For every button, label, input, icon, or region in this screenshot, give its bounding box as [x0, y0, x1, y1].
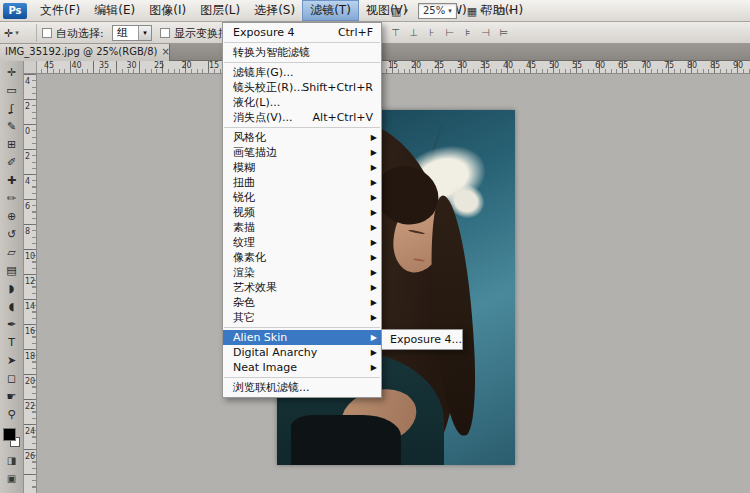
- filter-menu-item-lens-correction[interactable]: 镜头校正(R)...Shift+Ctrl+R: [223, 80, 381, 95]
- close-icon[interactable]: ×: [157, 44, 169, 61]
- tool-brush[interactable]: ✏: [0, 190, 23, 208]
- ruler-number: 26: [25, 453, 35, 461]
- tool-blur[interactable]: ◗: [0, 280, 23, 298]
- filter-menu-item-stylize[interactable]: 风格化▶: [223, 130, 381, 145]
- document-tab[interactable]: IMG_35192.jpg @ 25%(RGB/8) ×: [0, 44, 170, 61]
- align-right-edges-icon[interactable]: ⊣: [478, 25, 493, 40]
- menu-item-label: 像素化: [233, 251, 266, 264]
- filter-menu-item-convert-for-smart-filters[interactable]: 转换为智能滤镜: [223, 45, 381, 60]
- filter-menu-item-blur[interactable]: 模糊▶: [223, 160, 381, 175]
- filter-menu-item-neat-image[interactable]: Neat Image▶: [223, 360, 381, 375]
- menu-item-shortcut: Alt+Ctrl+V: [313, 110, 373, 125]
- vertical-ruler[interactable]: 4202468101214161820222426: [24, 74, 37, 493]
- tool-shape[interactable]: ◻: [0, 370, 23, 388]
- tool-pen[interactable]: ✒: [0, 316, 23, 334]
- align-bottom-edges-icon[interactable]: ⊦: [424, 25, 439, 40]
- tool-gradient[interactable]: ▤: [0, 262, 23, 280]
- screen-mode-button[interactable]: ⊡▾: [494, 2, 516, 20]
- submenu-item-exposure-4[interactable]: Exposure 4...: [382, 332, 462, 347]
- tool-spot-healing-brush[interactable]: ✚: [0, 172, 23, 190]
- tool-quick-mask[interactable]: ◨: [0, 452, 23, 470]
- align-vertical-centers-icon[interactable]: ⊥: [406, 25, 421, 40]
- ruler-number: 30: [127, 62, 137, 70]
- menubar-item-image[interactable]: 图像(I): [142, 0, 193, 21]
- submenu-arrow-icon: ▶: [371, 190, 377, 205]
- filter-menu-item-texture[interactable]: 纹理▶: [223, 235, 381, 250]
- tool-lasso[interactable]: ʆ: [0, 100, 23, 118]
- ruler-number: 24: [25, 428, 35, 436]
- menu-item-label: 艺术效果: [233, 281, 277, 294]
- align-icons: ⊤⊥⊦⊢⊧⊣⊨: [388, 25, 511, 40]
- menu-item-label: 镜头校正(R)...: [233, 81, 304, 94]
- tool-move[interactable]: ✛: [0, 64, 23, 82]
- filter-menu: Exposure 4Ctrl+F转换为智能滤镜滤镜库(G)...镜头校正(R).…: [222, 22, 382, 398]
- menubar-item-layer[interactable]: 图层(L): [193, 0, 247, 21]
- show-transform-checkbox[interactable]: [160, 28, 170, 38]
- filter-menu-item-filter-gallery[interactable]: 滤镜库(G)...: [223, 65, 381, 80]
- align-top-edges-icon[interactable]: ⊤: [388, 25, 403, 40]
- ruler-number: 8: [25, 228, 30, 236]
- tool-quick-selection[interactable]: ✎: [0, 118, 23, 136]
- tool-crop[interactable]: ⊞: [0, 136, 23, 154]
- filter-menu-item-noise[interactable]: 杂色▶: [223, 295, 381, 310]
- horizontal-ruler[interactable]: 4540353025201515202530354045505560657075…: [24, 61, 750, 74]
- menu-item-label: 视频: [233, 206, 255, 219]
- arrange-documents-button[interactable]: ▥▾: [388, 2, 411, 20]
- tool-screen-mode[interactable]: ▣: [0, 470, 23, 488]
- auto-select-dropdown[interactable]: 组 ▾: [112, 25, 152, 41]
- tool-clone-stamp[interactable]: ⊕: [0, 208, 23, 226]
- arrange-documents-icon: ▥: [391, 5, 401, 18]
- caret-down-icon: ▾: [404, 7, 408, 15]
- auto-select-checkbox[interactable]: [42, 28, 52, 38]
- tool-eraser[interactable]: ▱: [0, 244, 23, 262]
- align-horizontal-centers-icon[interactable]: ⊧: [460, 25, 475, 40]
- menu-item-label: Exposure 4: [233, 26, 294, 39]
- foreground-color-swatch[interactable]: [3, 428, 16, 441]
- filter-menu-item-video[interactable]: 视频▶: [223, 205, 381, 220]
- menu-separator: [224, 377, 380, 378]
- filter-menu-item-brush-strokes[interactable]: 画笔描边▶: [223, 145, 381, 160]
- move-tool-icon: ✛: [4, 27, 13, 40]
- tool-history-brush[interactable]: ↺: [0, 226, 23, 244]
- menu-item-label: 液化(L)...: [233, 96, 280, 109]
- view-extras-icon: ▦: [467, 5, 477, 18]
- filter-menu-item-alien-skin[interactable]: Alien Skin▶: [223, 330, 381, 345]
- ruler-number: 22: [25, 403, 35, 411]
- filter-menu-item-vanishing-point[interactable]: 消失点(V)...Alt+Ctrl+V: [223, 110, 381, 125]
- tool-eyedropper[interactable]: ✐: [0, 154, 23, 172]
- tool-dodge[interactable]: ◖: [0, 298, 23, 316]
- tool-hand[interactable]: ☛: [0, 388, 23, 406]
- filter-menu-item-artistic[interactable]: 艺术效果▶: [223, 280, 381, 295]
- distribute-centers-icon[interactable]: ⊨: [496, 25, 511, 40]
- tool-preset-picker[interactable]: ✛ ▾: [4, 25, 32, 41]
- filter-menu-item-pixelate[interactable]: 像素化▶: [223, 250, 381, 265]
- tool-path-selection[interactable]: ➤: [0, 352, 23, 370]
- filter-menu-item-sharpen[interactable]: 锐化▶: [223, 190, 381, 205]
- tool-zoom[interactable]: ⚲: [0, 406, 23, 424]
- menubar-item-edit[interactable]: 编辑(E): [87, 0, 142, 21]
- filter-menu-item-exposure-4-last[interactable]: Exposure 4Ctrl+F: [223, 25, 381, 40]
- ruler-number: 45: [526, 62, 536, 70]
- filter-menu-item-browse-filters-online[interactable]: 浏览联机滤镜...: [223, 380, 381, 395]
- ruler-number: 14: [25, 303, 35, 311]
- menu-item-label: 素描: [233, 221, 255, 234]
- filter-menu-item-render[interactable]: 渲染▶: [223, 265, 381, 280]
- menubar-item-filter[interactable]: 滤镜(T): [302, 0, 359, 21]
- tool-type[interactable]: T: [0, 334, 23, 352]
- menu-item-label: 纹理: [233, 236, 255, 249]
- filter-menu-item-liquify[interactable]: 液化(L)...: [223, 95, 381, 110]
- menu-item-label: 消失点(V)...: [233, 111, 293, 124]
- view-extras-button[interactable]: ▦▾: [464, 2, 487, 20]
- filter-menu-item-other[interactable]: 其它▶: [223, 310, 381, 325]
- filter-menu-item-sketch[interactable]: 素描▶: [223, 220, 381, 235]
- filter-menu-item-distort[interactable]: 扭曲▶: [223, 175, 381, 190]
- align-left-edges-icon[interactable]: ⊢: [442, 25, 457, 40]
- ruler-number: 65: [618, 62, 628, 70]
- zoom-level-button[interactable]: 25%▾: [418, 3, 457, 19]
- caret-down-icon: ▾: [448, 4, 452, 18]
- menubar-item-file[interactable]: 文件(F): [33, 0, 87, 21]
- tool-rectangular-marquee[interactable]: ▭: [0, 82, 23, 100]
- filter-menu-item-digital-anarchy[interactable]: Digital Anarchy▶: [223, 345, 381, 360]
- menubar-item-select[interactable]: 选择(S): [247, 0, 302, 21]
- ruler-origin[interactable]: [24, 61, 37, 74]
